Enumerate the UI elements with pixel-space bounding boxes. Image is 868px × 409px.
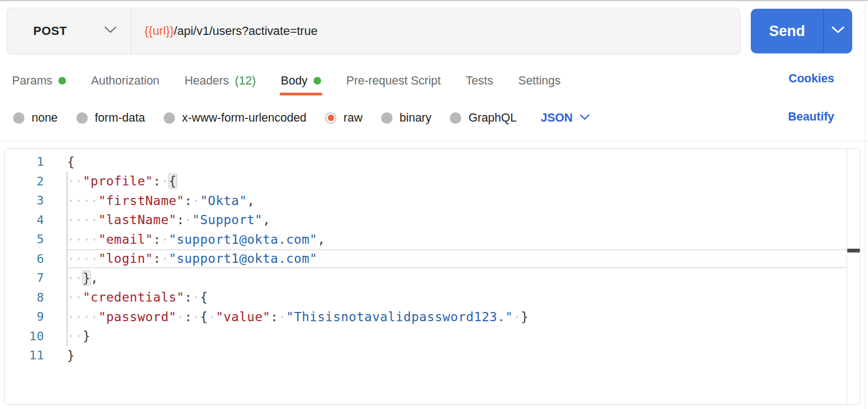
code-token: { [200,310,208,324]
code-text: ··} [67,327,847,346]
code-line-6[interactable]: 6····"login":·"support1@okta.com" [5,249,860,269]
code-token: , [247,194,255,208]
body-mode-label: x-www-form-urlencoded [182,111,306,125]
indent-guide [67,172,68,346]
code-token: ···· [67,310,98,324]
tab-pre-request-script[interactable]: Pre-request Script [346,69,441,93]
code-token: · [184,213,192,227]
tab-label: Authorization [91,74,160,88]
code-text: ····"firstName":·"Okta", [67,191,847,210]
code-token: } [83,329,91,343]
code-text: ··"profile":·{ [67,172,847,191]
code-text: ····"lastName":·"Support", [67,210,847,230]
body-mode-label: none [32,111,58,125]
body-mode-label: form-data [95,111,145,125]
tab-settings[interactable]: Settings [519,69,561,93]
code-line-11[interactable]: 11} [5,346,860,365]
url-input[interactable]: {{url}}/api/v1/users?activate=true [131,8,740,54]
tab-count: (12) [235,74,256,88]
code-lines: 1{2··"profile":·{3····"firstName":·"Okta… [5,152,860,365]
beautify-link[interactable]: Beautify [788,110,834,124]
tab-label: Pre-request Script [346,74,441,88]
code-line-2[interactable]: 2··"profile":·{ [5,172,860,191]
code-token: : [184,194,192,208]
postman-request-panel: POST {{url}}/api/v1/users?activate=true … [0,0,868,409]
code-text: ··"credentials":·{ [67,288,847,308]
tab-headers[interactable]: Headers(12) [185,69,256,93]
body-mode-form-data[interactable]: form-data [76,111,145,125]
send-options-button[interactable] [824,9,852,53]
tab-params[interactable]: Params [12,69,66,93]
body-mode-x-www-form-urlencoded[interactable]: x-www-form-urlencoded [164,111,306,125]
code-token: : [153,232,161,246]
code-token: ·· [67,290,83,304]
code-token: "lastName" [98,213,176,227]
body-mode-graphql[interactable]: GraphQL [450,111,516,125]
code-token: · [161,232,168,246]
body-mode-label: GraphQL [468,111,516,125]
body-mode-binary[interactable]: binary [381,111,432,125]
code-line-3[interactable]: 3····"firstName":·"Okta", [5,191,860,210]
code-token: } [67,348,75,363]
code-token: : [177,213,184,227]
code-token: "credentials" [83,290,185,304]
code-token: "login" [98,251,153,266]
tab-tests[interactable]: Tests [466,69,493,93]
code-token: "firstName" [98,194,184,208]
code-token: } [521,310,528,324]
code-token: ···· [67,232,98,246]
code-text: { [67,152,847,172]
body-mode-raw[interactable]: raw [325,111,363,125]
body-mode-row: noneform-datax-www-form-urlencodedrawbin… [13,107,590,129]
code-token: } [83,271,91,285]
send-split-button: Send [751,9,852,53]
code-line-1[interactable]: 1{ [5,152,860,172]
code-token: : [184,290,192,304]
code-text: } [67,346,847,365]
code-text: ····"password"·:·{·"value":·"Thisisnotav… [67,307,847,327]
code-token: ···· [67,194,98,208]
body-code-editor[interactable]: 1{2··"profile":·{3····"firstName":·"Okta… [4,148,860,405]
right-edge-divider [865,0,865,409]
tab-authorization[interactable]: Authorization [91,69,160,93]
code-text: ··}, [67,268,847,288]
line-number: 8 [5,291,44,304]
code-token: : [270,310,278,324]
request-url-bar: POST {{url}}/api/v1/users?activate=true [7,8,740,55]
radio-icon [76,112,88,124]
code-token: "profile" [83,174,153,188]
code-line-4[interactable]: 4····"lastName":·"Support", [5,210,860,230]
code-token: : [153,251,161,266]
language-dropdown[interactable]: JSON [541,111,590,125]
radio-icon [450,112,461,124]
code-line-10[interactable]: 10··} [5,327,860,346]
code-line-7[interactable]: 7··}, [5,268,860,288]
method-dropdown[interactable]: POST [7,8,131,54]
radio-icon [381,112,393,124]
code-line-9[interactable]: 9····"password"·:·{·"value":·"Thisisnota… [5,307,860,327]
body-mode-none[interactable]: none [13,111,58,125]
tab-body[interactable]: Body [281,69,321,93]
language-label: JSON [541,111,573,125]
line-number: 10 [5,329,44,343]
line-number: 7 [5,271,44,285]
chevron-down-icon [580,113,590,123]
radio-selected-dot [328,115,334,121]
status-dot-icon [58,77,66,85]
code-token: · [161,251,168,266]
code-token: , [317,232,325,246]
code-token: "Okta" [200,194,247,208]
code-token: : [184,310,192,324]
cookies-link[interactable]: Cookies [788,72,834,86]
url-env-variable: {{url}} [144,24,174,38]
send-button[interactable]: Send [751,9,823,53]
code-token: · [192,194,200,208]
line-number: 1 [5,155,44,169]
tab-label: Headers [185,74,229,88]
code-token: "password" [98,310,176,324]
code-line-8[interactable]: 8··"credentials":·{ [5,288,860,308]
code-line-5[interactable]: 5····"email":·"support1@okta.com", [5,230,860,249]
code-token: : [153,174,161,188]
radio-icon [325,112,336,124]
code-token: ·· [67,174,83,188]
